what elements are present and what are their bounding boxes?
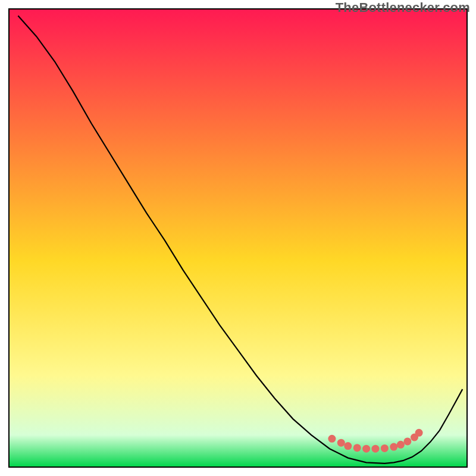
- optimal-dot: [362, 445, 370, 453]
- optimal-dot: [328, 435, 336, 443]
- bottleneck-chart: TheBottlenecker.com: [0, 0, 476, 476]
- optimal-dot: [390, 443, 397, 451]
- optimal-dot: [415, 429, 423, 437]
- plot-background: [9, 9, 467, 467]
- optimal-dot: [372, 445, 380, 453]
- optimal-dot: [403, 437, 411, 445]
- optimal-dot: [381, 444, 389, 452]
- optimal-dot: [344, 442, 352, 450]
- optimal-dot: [337, 439, 345, 447]
- optimal-dot: [397, 441, 405, 449]
- optimal-dot: [353, 444, 361, 452]
- chart-svg: [0, 0, 476, 476]
- watermark-text: TheBottlenecker.com: [336, 0, 470, 15]
